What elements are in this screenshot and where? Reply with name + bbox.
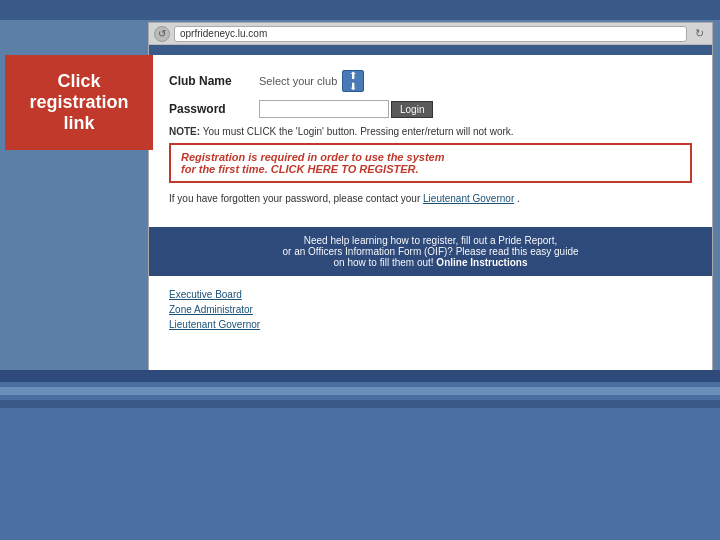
password-row: Password Login <box>169 100 692 118</box>
top-bar <box>0 0 720 20</box>
forgot-prefix: If you have forgotten your password, ple… <box>169 193 420 204</box>
password-label: Password <box>169 102 259 116</box>
zone-administrator-link[interactable]: Zone Administrator <box>169 304 692 315</box>
forgot-suffix: . <box>517 193 520 204</box>
bottom-stripe-1 <box>0 370 720 382</box>
online-instructions-link[interactable]: Online Instructions <box>436 257 527 268</box>
club-name-row: Club Name Select your club ⬆⬇ <box>169 70 692 92</box>
lieutenant-governor-footer-link[interactable]: Lieutenant Governor <box>169 319 692 330</box>
lieutenant-governor-link[interactable]: Lieutenant Governor <box>423 193 514 204</box>
forgot-password: If you have forgotten your password, ple… <box>169 193 692 204</box>
help-line3: on how to fill them out! Online Instruct… <box>164 257 697 268</box>
reload-button[interactable]: ↺ <box>154 26 170 42</box>
annotation-box: Click registration link <box>5 55 153 150</box>
bottom-stripe-2 <box>0 387 720 395</box>
club-select-arrow[interactable]: ⬆⬇ <box>342 70 364 92</box>
bottom-section <box>0 370 720 540</box>
executive-board-link[interactable]: Executive Board <box>169 289 692 300</box>
help-line2: or an Officers Information Form (OIF)? P… <box>164 246 697 257</box>
help-line1: Need help learning how to register, fill… <box>164 235 697 246</box>
club-name-label: Club Name <box>169 74 259 88</box>
registration-box[interactable]: Registration is required in order to use… <box>169 143 692 183</box>
registration-line1[interactable]: Registration is required in order to use… <box>181 151 680 163</box>
browser-toolbar: ↺ oprfrideneyc.lu.com ↻ <box>149 23 712 45</box>
registration-line2[interactable]: for the first time. CLICK HERE TO REGIST… <box>181 163 680 175</box>
club-select-placeholder: Select your club <box>259 75 337 87</box>
password-input[interactable] <box>259 100 389 118</box>
refresh-icon[interactable]: ↻ <box>691 26 707 42</box>
help-line3-text: on how to fill them out! <box>334 257 434 268</box>
note-body: You must CLICK the 'Login' button. Press… <box>203 126 514 137</box>
annotation-text: Click registration link <box>15 71 143 134</box>
links-section: Executive Board Zone Administrator Lieut… <box>149 284 712 339</box>
login-button[interactable]: Login <box>391 101 433 118</box>
url-bar[interactable]: oprfrideneyc.lu.com <box>174 26 687 42</box>
url-text: oprfrideneyc.lu.com <box>180 28 267 39</box>
form-area: Club Name Select your club ⬆⬇ Password L… <box>149 55 712 227</box>
help-banner: Need help learning how to register, fill… <box>149 227 712 276</box>
reload-icon: ↺ <box>158 28 166 39</box>
club-select-container: Select your club ⬆⬇ <box>259 70 364 92</box>
browser-window: ↺ oprfrideneyc.lu.com ↻ Club Name Select… <box>148 22 713 372</box>
page-header-bar <box>149 45 712 55</box>
page-content: Club Name Select your club ⬆⬇ Password L… <box>149 45 712 371</box>
bottom-stripe-3 <box>0 400 720 408</box>
note-text: NOTE: You must CLICK the 'Login' button.… <box>169 126 692 137</box>
note-prefix: NOTE: <box>169 126 200 137</box>
